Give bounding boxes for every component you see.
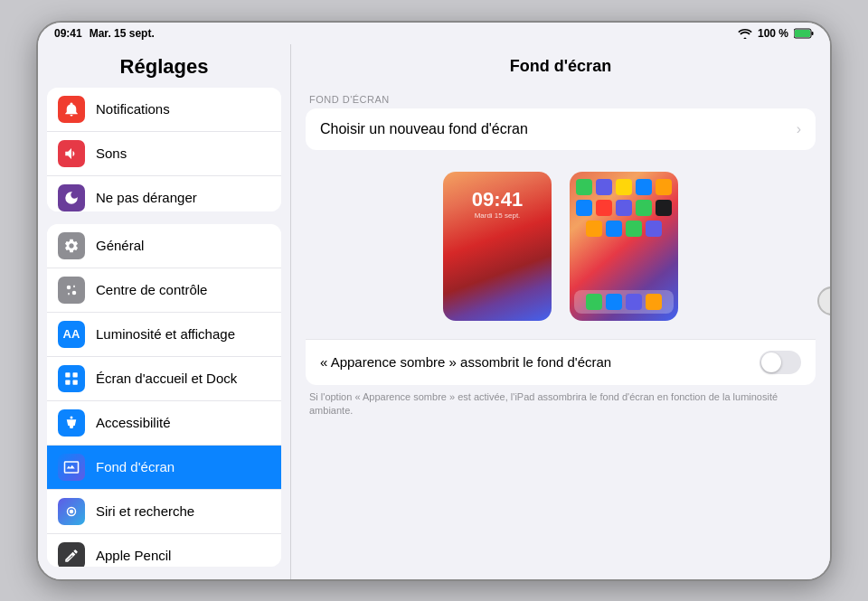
ne-pas-deranger-label: Ne pas déranger <box>96 190 197 205</box>
app-dot <box>636 200 652 216</box>
sidebar-item-centre-controle[interactable]: Centre de contrôle <box>47 268 281 313</box>
app-dot <box>576 200 592 216</box>
sons-label: Sons <box>96 146 127 161</box>
apple-pencil-icon <box>58 542 85 567</box>
home-screen-preview[interactable] <box>570 172 678 321</box>
wallpaper-previews: 09:41 Mardi 15 sept. <box>291 164 830 339</box>
ecran-accueil-icon <box>58 365 85 392</box>
app-row-2 <box>574 200 674 216</box>
svg-rect-8 <box>65 372 70 377</box>
sidebar-group-1: Notifications Sons Ne pas déranger <box>47 88 281 211</box>
ne-pas-deranger-icon <box>58 184 85 211</box>
toggle-knob <box>761 352 781 372</box>
sidebar-item-ne-pas-deranger[interactable]: Ne pas déranger <box>47 176 281 211</box>
ecran-accueil-label: Écran d'accueil et Dock <box>96 371 237 386</box>
sidebar-item-siri[interactable]: Siri et recherche <box>47 490 281 534</box>
siri-icon <box>58 498 85 525</box>
sidebar-item-luminosite[interactable]: AA Luminosité et affichage <box>47 313 281 357</box>
app-dot <box>636 179 652 195</box>
sons-icon <box>58 140 85 167</box>
sidebar-item-general[interactable]: Général <box>47 224 281 268</box>
accessibilite-label: Accessibilité <box>96 415 171 430</box>
app-dot <box>596 179 612 195</box>
date: Mar. 15 sept. <box>90 27 155 40</box>
app-dot <box>656 200 672 216</box>
status-right: 100 % <box>738 27 814 40</box>
fond-ecran-icon <box>58 454 85 481</box>
notifications-icon <box>58 96 85 123</box>
lock-date: Mardi 15 sept. <box>475 211 521 220</box>
dock-app <box>646 294 662 310</box>
dock-app <box>626 294 642 310</box>
centre-controle-label: Centre de contrôle <box>96 282 207 297</box>
siri-label: Siri et recherche <box>96 503 194 519</box>
sidebar-item-ecran-accueil[interactable]: Écran d'accueil et Dock <box>47 357 281 401</box>
sidebar: Réglages Notifications Sons <box>38 44 291 579</box>
accessibilite-icon <box>58 409 85 437</box>
luminosite-icon: AA <box>58 321 85 348</box>
status-left: 09:41 Mar. 15 sept. <box>54 27 155 40</box>
svg-point-12 <box>71 416 73 418</box>
wallpaper-choose-card: Choisir un nouveau fond d'écran › <box>306 108 816 150</box>
svg-point-4 <box>67 286 71 290</box>
dark-appearance-toggle[interactable] <box>760 351 801 374</box>
app-dot <box>626 221 642 237</box>
notifications-label: Notifications <box>96 101 170 117</box>
svg-point-14 <box>70 510 74 514</box>
app-dot <box>656 179 672 195</box>
dock <box>574 290 674 314</box>
svg-rect-1 <box>795 30 810 37</box>
app-dot <box>596 200 612 216</box>
centre-controle-icon <box>58 277 85 304</box>
general-label: Général <box>96 238 144 253</box>
battery-icon <box>794 28 814 39</box>
home-wallpaper <box>570 172 678 321</box>
dock-app <box>586 294 602 310</box>
battery-text: 100 % <box>758 27 788 40</box>
svg-rect-2 <box>812 32 814 35</box>
description-text: Si l'option « Apparence sombre » est act… <box>291 385 830 437</box>
general-icon <box>58 232 85 259</box>
app-dot <box>606 221 622 237</box>
sidebar-item-accessibilite[interactable]: Accessibilité <box>47 401 281 446</box>
sidebar-title: Réglages <box>38 44 290 88</box>
luminosite-label: Luminosité et affichage <box>96 326 235 342</box>
sidebar-item-fond-ecran[interactable]: Fond d'écran <box>47 446 281 490</box>
app-dot <box>616 200 632 216</box>
app-row-3 <box>574 221 674 237</box>
main-title: Fond d'écran <box>291 44 830 87</box>
main-content: Fond d'écran FOND D'ÉCRAN Choisir un nou… <box>291 44 830 579</box>
ipad-frame: 09:41 Mar. 15 sept. 100 % Réglages <box>36 21 832 581</box>
app-row-1 <box>574 179 674 195</box>
apple-pencil-label: Apple Pencil <box>96 548 171 563</box>
content-area: Réglages Notifications Sons <box>38 44 830 579</box>
sidebar-item-apple-pencil[interactable]: Apple Pencil <box>47 534 281 567</box>
toggle-label: « Apparence sombre » assombrit le fond d… <box>320 354 611 370</box>
wallpaper-choose-label: Choisir un nouveau fond d'écran <box>320 121 528 137</box>
chevron-icon: › <box>797 121 801 137</box>
svg-rect-10 <box>65 380 70 384</box>
app-dot <box>646 221 662 237</box>
dock-app <box>606 294 622 310</box>
svg-point-5 <box>72 291 77 296</box>
app-dot <box>586 221 602 237</box>
wallpaper-choose-row[interactable]: Choisir un nouveau fond d'écran › <box>306 108 816 150</box>
dark-appearance-row: « Apparence sombre » assombrit le fond d… <box>306 339 816 385</box>
app-dot <box>576 179 592 195</box>
svg-rect-11 <box>73 380 78 384</box>
wifi-icon <box>738 28 752 39</box>
lock-time: 09:41 <box>472 188 523 211</box>
status-bar: 09:41 Mar. 15 sept. 100 % <box>38 23 830 44</box>
time: 09:41 <box>54 27 82 40</box>
section-label: FOND D'ÉCRAN <box>291 87 830 108</box>
lock-wallpaper: 09:41 Mardi 15 sept. <box>443 172 552 321</box>
fond-ecran-label: Fond d'écran <box>96 459 175 474</box>
sidebar-group-2: Général Centre de contrôle AA Luminosité… <box>47 224 281 567</box>
sidebar-item-notifications[interactable]: Notifications <box>47 88 281 132</box>
svg-rect-9 <box>73 372 78 377</box>
lock-screen-preview[interactable]: 09:41 Mardi 15 sept. <box>443 172 552 321</box>
app-dot <box>616 179 632 195</box>
sidebar-item-sons[interactable]: Sons <box>47 132 281 176</box>
